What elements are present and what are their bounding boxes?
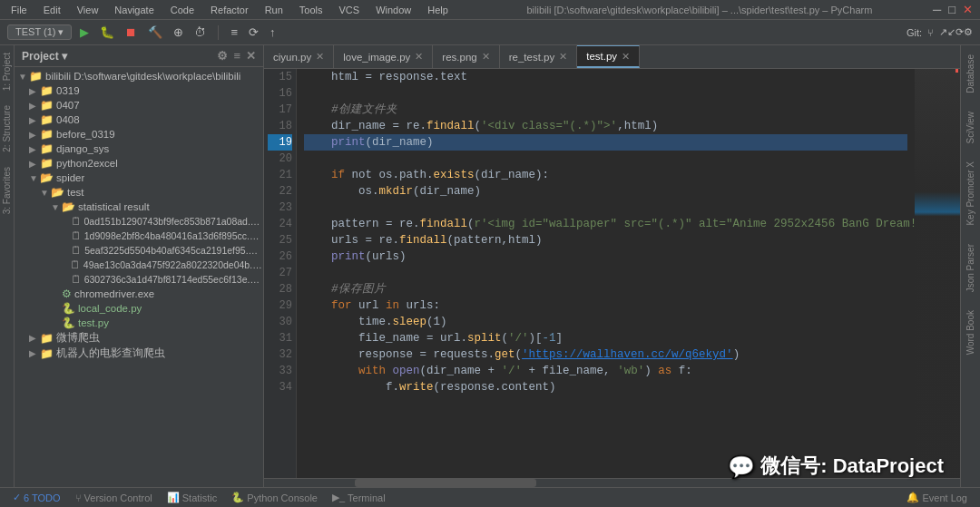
tree-item-0319[interactable]: ▶ 📁 0319 bbox=[15, 83, 263, 98]
tree-item-file2[interactable]: 🗒 1d9098e2bf8c4ba480416a13d6f895cc.wo... bbox=[15, 229, 263, 243]
menu-edit[interactable]: Edit bbox=[40, 5, 64, 15]
tree-item-django-sys[interactable]: ▶ 📁 django_sys bbox=[15, 141, 263, 156]
menu-view[interactable]: View bbox=[74, 5, 103, 15]
structure-panel-tab[interactable]: 2: Structure bbox=[0, 98, 14, 160]
sidebar-settings-icon[interactable]: ⚙ bbox=[217, 49, 228, 63]
code-line-22: os.mkdir(dir_name) bbox=[304, 183, 907, 200]
tab-ciyun[interactable]: ciyun.py ✕ bbox=[264, 45, 334, 68]
git-icons[interactable]: ↗↙⟳⚙ bbox=[939, 26, 973, 38]
toolbar-icon3[interactable]: ↑ bbox=[267, 25, 279, 39]
todo-status[interactable]: ✓ 6 TODO bbox=[7, 488, 66, 507]
tab-love-image[interactable]: love_image.py ✕ bbox=[334, 45, 433, 68]
horizontal-scrollbar[interactable] bbox=[264, 478, 960, 487]
tree-item-local-code[interactable]: 🐍 local_code.py bbox=[15, 301, 263, 316]
version-control-status[interactable]: ⑂ Version Control bbox=[70, 488, 158, 507]
close-button[interactable]: ✕ bbox=[963, 3, 973, 16]
coverage-button[interactable]: ⊕ bbox=[171, 25, 186, 39]
menu-file[interactable]: File bbox=[7, 5, 31, 15]
tab-close-ciyun[interactable]: ✕ bbox=[316, 51, 324, 63]
file-label-local-code: local_code.py bbox=[78, 303, 142, 314]
terminal-status[interactable]: ▶_ Terminal bbox=[327, 488, 391, 507]
run-button[interactable]: ▶ bbox=[77, 25, 92, 39]
code-line-25: urls = re.findall(pattern,html) bbox=[304, 232, 907, 249]
tree-item-statistical[interactable]: ▼ 📂 statistical result bbox=[15, 200, 263, 214]
tab-close-test[interactable]: ✕ bbox=[622, 51, 630, 63]
json-parser-panel-tab[interactable]: Json Parser bbox=[963, 235, 978, 301]
key-promoter-panel-tab[interactable]: Key Promoter X bbox=[963, 152, 978, 235]
tab-re-test[interactable]: re_test.py ✕ bbox=[500, 45, 578, 68]
menu-bar[interactable]: File Edit View Navigate Code Refactor Ru… bbox=[7, 5, 452, 15]
root-label: bilibili D:\software\gitdesk\workplace\b… bbox=[45, 71, 240, 82]
folder-icon-robot: 📁 bbox=[40, 347, 54, 360]
event-log-status[interactable]: 🔔 Event Log bbox=[901, 488, 973, 507]
tree-item-0408[interactable]: ▶ 📁 0408 bbox=[15, 112, 263, 127]
menu-run[interactable]: Run bbox=[261, 5, 287, 15]
debug-button[interactable]: 🐛 bbox=[97, 25, 117, 39]
toolbar: TEST (1) ▾ ▶ 🐛 ⏹ 🔨 ⊕ ⏱ ≡ ⟳ ↑ Git: ⑂ ↗↙⟳⚙ bbox=[0, 20, 980, 45]
run-config-selector[interactable]: TEST (1) ▾ bbox=[7, 24, 72, 40]
code-line-18: dir_name = re.findall('<div class="(.*)"… bbox=[304, 118, 907, 134]
tree-item-0407[interactable]: ▶ 📁 0407 bbox=[15, 98, 263, 112]
code-line-27 bbox=[304, 265, 907, 281]
build-button[interactable]: 🔨 bbox=[145, 25, 165, 39]
tree-root[interactable]: ▼ 📁 bilibili D:\software\gitdesk\workpla… bbox=[15, 69, 263, 83]
folder-label-before0319: before_0319 bbox=[56, 129, 115, 140]
window-controls[interactable]: ─ □ ✕ bbox=[933, 3, 973, 16]
tree-item-weibo[interactable]: ▶ 📁 微博爬虫 bbox=[15, 330, 263, 346]
database-panel-tab[interactable]: Database bbox=[963, 45, 978, 102]
file-icon-2: 🗒 bbox=[71, 229, 82, 242]
folder-icon-0407: 📁 bbox=[40, 99, 54, 112]
code-line-19: print(dir_name) bbox=[304, 134, 907, 151]
code-line-29: for url in urls: bbox=[304, 297, 907, 314]
toolbar-icon1[interactable]: ≡ bbox=[228, 25, 240, 39]
tab-test[interactable]: test.py ✕ bbox=[577, 45, 640, 68]
project-panel-tab[interactable]: 1: Project bbox=[0, 45, 14, 98]
tree-item-test[interactable]: ▼ 📂 test bbox=[15, 185, 263, 200]
menu-help[interactable]: Help bbox=[424, 5, 452, 15]
code-content[interactable]: html = response.text #创建文件夹 dir_name = r… bbox=[297, 69, 915, 478]
menu-code[interactable]: Code bbox=[167, 5, 198, 15]
titlebar: File Edit View Navigate Code Refactor Ru… bbox=[0, 0, 980, 20]
tree-item-python2excel[interactable]: ▶ 📁 python2excel bbox=[15, 156, 263, 171]
tree-item-robot-movie[interactable]: ▶ 📁 机器人的电影查询爬虫 bbox=[15, 346, 263, 361]
tree-item-before-0319[interactable]: ▶ 📁 before_0319 bbox=[15, 127, 263, 141]
menu-navigate[interactable]: Navigate bbox=[111, 5, 157, 15]
vc-icon: ⑂ bbox=[75, 492, 82, 503]
minimize-button[interactable]: ─ bbox=[933, 3, 941, 16]
menu-refactor[interactable]: Refactor bbox=[207, 5, 252, 15]
tree-item-chromedriver[interactable]: ⚙ chromedriver.exe bbox=[15, 287, 263, 301]
minimap bbox=[915, 69, 960, 478]
todo-icon: ✓ bbox=[13, 492, 21, 503]
tree-item-spider[interactable]: ▼ 📂 spider bbox=[15, 171, 263, 185]
profile-button[interactable]: ⏱ bbox=[191, 25, 209, 39]
word-book-panel-tab[interactable]: Word Book bbox=[963, 301, 978, 364]
tree-item-file4[interactable]: 🗒 49ae13c0a3da475f922a8022320de04b.wo... bbox=[15, 258, 263, 272]
code-line-20 bbox=[304, 151, 907, 167]
code-line-32: response = requests.get('https://wallhav… bbox=[304, 346, 907, 363]
tab-close-re-test[interactable]: ✕ bbox=[559, 51, 567, 63]
menu-window[interactable]: Window bbox=[372, 5, 415, 15]
menu-tools[interactable]: Tools bbox=[296, 5, 327, 15]
tab-close-love-image[interactable]: ✕ bbox=[415, 51, 423, 63]
tree-item-test-py[interactable]: 🐍 test.py bbox=[15, 316, 263, 330]
sidebar-expand-icon[interactable]: ≡ bbox=[233, 49, 240, 63]
git-area[interactable]: Git: ⑂ ↗↙⟳⚙ bbox=[906, 26, 973, 38]
python-console-status[interactable]: 🐍 Python Console bbox=[226, 488, 323, 507]
sciview-panel-tab[interactable]: SciView bbox=[963, 102, 978, 152]
favorites-panel-tab[interactable]: 3: Favorites bbox=[0, 160, 14, 221]
tree-item-file5[interactable]: 🗒 6302736c3a1d47bf81714ed55ec6f13e.wo... bbox=[15, 272, 263, 287]
sidebar-close-icon[interactable]: ✕ bbox=[246, 49, 256, 63]
folder-icon-0408: 📁 bbox=[40, 113, 54, 126]
tree-item-file3[interactable]: 🗒 5eaf3225d5504b40af6345ca2191ef95.wo... bbox=[15, 243, 263, 258]
statistic-status[interactable]: 📊 Statistic bbox=[162, 488, 223, 507]
menu-vcs[interactable]: VCS bbox=[336, 5, 364, 15]
stop-button[interactable]: ⏹ bbox=[122, 25, 140, 39]
maximize-button[interactable]: □ bbox=[948, 3, 956, 16]
tree-item-file1[interactable]: 🗒 0ad151b1290743bf9fec853b871a08ad.wo... bbox=[15, 214, 263, 229]
sidebar-icons[interactable]: ⚙ ≡ ✕ bbox=[217, 49, 256, 63]
tab-close-res-png[interactable]: ✕ bbox=[482, 51, 490, 63]
toolbar-icon2[interactable]: ⟳ bbox=[246, 25, 261, 39]
left-mini-panel: 1: Project 2: Structure 3: Favorites bbox=[0, 45, 15, 487]
tab-res-png[interactable]: res.png ✕ bbox=[433, 45, 499, 68]
code-area[interactable]: 15 16 17 18 19 20 21 22 23 24 25 26 27 2… bbox=[264, 69, 960, 487]
